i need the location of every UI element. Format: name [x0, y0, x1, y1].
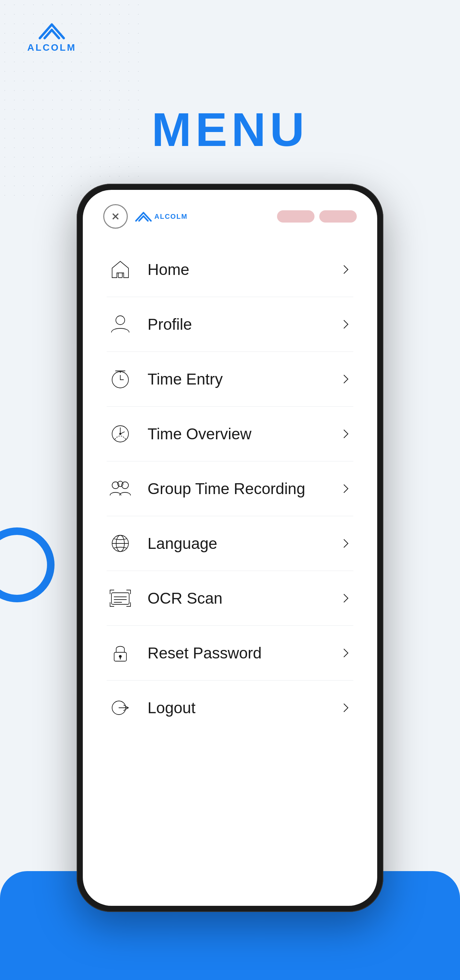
ocr-scan-icon — [107, 585, 134, 612]
home-arrow-icon — [339, 262, 353, 277]
menu-item-logout-label: Logout — [147, 698, 339, 717]
menu-item-time-overview-label: Time Overview — [147, 425, 339, 443]
time-entry-arrow-icon — [339, 372, 353, 387]
home-icon — [107, 256, 134, 283]
menu-item-group-time-recording[interactable]: Group Time Recording — [83, 461, 377, 516]
background-arc-middle-left — [0, 527, 54, 602]
group-time-icon — [107, 475, 134, 502]
time-entry-icon — [107, 366, 134, 393]
phone-brand-name: ALCOLM — [154, 213, 188, 221]
menu-item-time-entry[interactable]: Time Entry — [83, 352, 377, 406]
menu-item-home-label: Home — [147, 260, 339, 279]
time-overview-icon — [107, 420, 134, 447]
menu-item-logout[interactable]: Logout — [83, 681, 377, 735]
menu-item-time-entry-label: Time Entry — [147, 370, 339, 388]
reset-password-arrow-icon — [339, 646, 353, 660]
phone-mockup: ALCOLM Home — [77, 184, 383, 912]
brand-name: ALCOLM — [27, 42, 76, 53]
phone-brand-logo: ALCOLM — [134, 211, 188, 222]
svg-point-3 — [116, 316, 125, 325]
close-button[interactable] — [103, 204, 128, 229]
svg-rect-15 — [112, 593, 129, 605]
menu-item-ocr-scan-label: OCR Scan — [147, 589, 339, 608]
group-time-arrow-icon — [339, 481, 353, 496]
menu-item-profile[interactable]: Profile — [83, 297, 377, 352]
menu-item-time-overview[interactable]: Time Overview — [83, 407, 377, 461]
user-badges — [277, 210, 357, 223]
brand-logo: ALCOLM — [27, 21, 76, 53]
svg-point-8 — [119, 433, 121, 435]
logout-icon — [107, 694, 134, 721]
language-arrow-icon — [339, 536, 353, 551]
ocr-scan-arrow-icon — [339, 591, 353, 606]
profile-icon — [107, 311, 134, 338]
svg-rect-2 — [118, 273, 122, 278]
phone-logo-icon — [134, 211, 152, 222]
time-overview-arrow-icon — [339, 426, 353, 441]
menu-item-language[interactable]: Language — [83, 516, 377, 571]
menu-item-language-label: Language — [147, 534, 339, 553]
user-badge-1 — [277, 210, 315, 223]
phone-screen: ALCOLM Home — [83, 190, 377, 906]
menu-item-profile-label: Profile — [147, 315, 339, 334]
reset-password-icon — [107, 640, 134, 667]
menu-item-home[interactable]: Home — [83, 242, 377, 297]
menu-item-group-time-recording-label: Group Time Recording — [147, 479, 339, 498]
menu-item-reset-password[interactable]: Reset Password — [83, 626, 377, 680]
page-title: MENU — [0, 102, 460, 157]
menu-item-reset-password-label: Reset Password — [147, 644, 339, 662]
logo-icon — [37, 21, 67, 41]
user-badge-2 — [319, 210, 357, 223]
profile-arrow-icon — [339, 317, 353, 332]
menu-list: Home Profile — [83, 235, 377, 906]
menu-item-ocr-scan[interactable]: OCR Scan — [83, 571, 377, 625]
background-arc-top-right — [358, 0, 460, 102]
phone-top-bar: ALCOLM — [83, 190, 377, 235]
logout-arrow-icon — [339, 700, 353, 715]
close-icon — [110, 211, 121, 222]
language-icon — [107, 530, 134, 557]
